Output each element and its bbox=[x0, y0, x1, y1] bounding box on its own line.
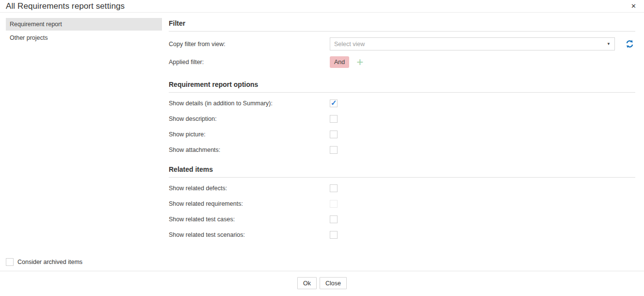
show-description-checkbox[interactable] bbox=[330, 115, 338, 123]
show-picture-label: Show picture: bbox=[169, 131, 330, 138]
applied-filter-row: Applied filter: And + bbox=[169, 56, 635, 68]
show-related-test-scenarios-row: Show related test scenarios: bbox=[169, 230, 635, 240]
close-icon[interactable]: ✕ bbox=[629, 2, 638, 10]
show-picture-row: Show picture: bbox=[169, 130, 635, 139]
consider-archived-row: Consider archived items bbox=[6, 258, 644, 266]
ok-button[interactable]: Ok bbox=[297, 277, 317, 289]
select-view-placeholder: Select view bbox=[334, 41, 365, 48]
show-related-defects-row: Show related defects: bbox=[169, 183, 635, 193]
filter-section-heading: Filter bbox=[169, 19, 635, 32]
footer-buttons: Ok Close bbox=[0, 271, 644, 296]
show-attachments-label: Show attachments: bbox=[169, 147, 330, 153]
chevron-down-icon: ▼ bbox=[607, 42, 611, 46]
show-attachments-row: Show attachments: bbox=[169, 145, 635, 155]
related-section-heading: Related items bbox=[169, 165, 635, 178]
dialog-header: All Requirements report settings ✕ bbox=[0, 0, 644, 13]
consider-archived-checkbox[interactable] bbox=[6, 258, 14, 266]
show-description-label: Show description: bbox=[169, 115, 330, 122]
show-details-checkbox[interactable] bbox=[330, 99, 338, 107]
consider-archived-label: Consider archived items bbox=[17, 259, 82, 265]
show-related-test-cases-label: Show related test cases: bbox=[169, 216, 330, 223]
show-related-requirements-row: Show related requirements: bbox=[169, 199, 635, 209]
show-related-test-scenarios-label: Show related test scenarios: bbox=[169, 231, 330, 238]
show-related-test-cases-checkbox[interactable] bbox=[330, 215, 338, 223]
show-details-row: Show details (in addition to Summary): bbox=[169, 99, 635, 108]
refresh-icon bbox=[626, 40, 634, 48]
show-related-test-cases-row: Show related test cases: bbox=[169, 214, 635, 224]
close-button[interactable]: Close bbox=[320, 277, 347, 289]
show-related-test-scenarios-checkbox[interactable] bbox=[330, 231, 338, 239]
applied-filter-label: Applied filter: bbox=[169, 59, 330, 66]
copy-filter-row: Copy filter from view: Select view ▼ bbox=[169, 37, 635, 50]
settings-panel: Filter Copy filter from view: Select vie… bbox=[162, 13, 644, 240]
show-related-requirements-label: Show related requirements: bbox=[169, 200, 330, 207]
sidebar-item-other-projects[interactable]: Other projects bbox=[6, 32, 162, 44]
show-related-defects-checkbox[interactable] bbox=[330, 184, 338, 192]
copy-filter-label: Copy filter from view: bbox=[169, 41, 330, 48]
show-details-label: Show details (in addition to Summary): bbox=[169, 100, 330, 107]
show-attachments-checkbox[interactable] bbox=[330, 146, 338, 154]
dialog-footer: Consider archived items Ok Close bbox=[0, 258, 644, 296]
copy-filter-view-select[interactable]: Select view ▼ bbox=[330, 37, 615, 50]
report-settings-dialog: All Requirements report settings ✕ Requi… bbox=[0, 0, 644, 296]
filter-and-operator-button[interactable]: And bbox=[330, 56, 349, 68]
show-description-row: Show description: bbox=[169, 114, 635, 124]
dialog-title: All Requirements report settings bbox=[6, 1, 125, 11]
show-related-defects-label: Show related defects: bbox=[169, 185, 330, 192]
show-related-requirements-checkbox bbox=[330, 200, 338, 208]
sidebar-item-requirement-report[interactable]: Requirement report bbox=[6, 18, 162, 31]
options-section-heading: Requirement report options bbox=[169, 81, 635, 93]
show-picture-checkbox[interactable] bbox=[330, 131, 338, 138]
refresh-views-button[interactable] bbox=[626, 40, 634, 48]
add-filter-condition-icon[interactable]: + bbox=[356, 58, 363, 66]
dialog-content: Requirement report Other projects Filter… bbox=[0, 13, 644, 240]
sidebar: Requirement report Other projects bbox=[6, 18, 162, 45]
